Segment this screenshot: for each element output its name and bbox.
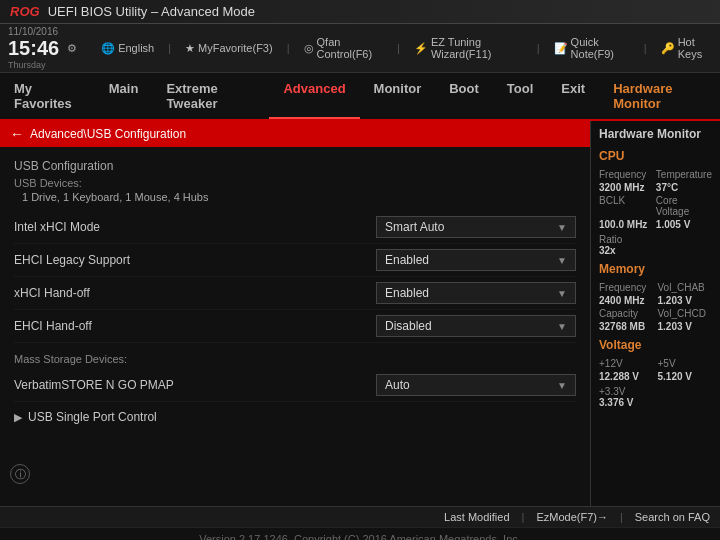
tab-monitor[interactable]: Monitor <box>360 73 436 119</box>
xhci-handoff-value: Enabled <box>385 286 429 300</box>
breadcrumb-path: Advanced\USB Configuration <box>30 127 186 141</box>
setting-row: EHCI Hand-off Disabled ▼ <box>14 310 576 343</box>
voltage-section-title: Voltage <box>599 338 712 352</box>
voltage-grid: +12V +5V 12.288 V 5.120 V <box>599 358 712 382</box>
tab-tool[interactable]: Tool <box>493 73 547 119</box>
setting-dropdown-xhci-handoff[interactable]: Enabled ▼ <box>376 282 576 304</box>
mem-capacity-value: 32768 MB <box>599 321 654 332</box>
main-panel: ← Advanced\USB Configuration USB Configu… <box>0 121 590 506</box>
expand-arrow-icon: ▶ <box>14 411 22 424</box>
cpu-section-title: CPU <box>599 149 712 163</box>
mem-freq-label: Frequency <box>599 282 654 293</box>
setting-label-xhci-handoff: xHCI Hand-off <box>14 286 376 300</box>
tuning-icon: ⚡ <box>414 42 428 55</box>
tab-extreme[interactable]: Extreme Tweaker <box>152 73 269 119</box>
setting-label-ehci-legacy: EHCI Legacy Support <box>14 253 376 267</box>
main-nav: My Favorites Main Extreme Tweaker Advanc… <box>0 73 720 121</box>
last-modified-label: Last Modified <box>444 511 509 523</box>
info-nav-items: 🌐 English | ★ MyFavorite(F3) | ◎ Qfan Co… <box>101 36 712 60</box>
cpu-freq-value: 3200 MHz <box>599 182 652 193</box>
setting-dropdown-ehci-legacy[interactable]: Enabled ▼ <box>376 249 576 271</box>
tab-exit[interactable]: Exit <box>547 73 599 119</box>
mem-volchcd-label: Vol_CHCD <box>658 308 713 319</box>
v12-value: 12.288 V <box>599 371 654 382</box>
ehci-legacy-value: Enabled <box>385 253 429 267</box>
setting-label-verbatim: VerbatimSTORE N GO PMAP <box>14 378 376 392</box>
setting-dropdown-xhci-mode[interactable]: Smart Auto ▼ <box>376 216 576 238</box>
setting-row: EHCI Legacy Support Enabled ▼ <box>14 244 576 277</box>
v33-label: +3.3V <box>599 386 712 397</box>
day-label: Thursday <box>8 60 77 70</box>
setting-label-xhci-mode: Intel xHCI Mode <box>14 220 376 234</box>
bottom-bar: Last Modified | EzMode(F7)→ | Search on … <box>0 506 720 527</box>
cpu-temp-value: 37°C <box>656 182 712 193</box>
info-nav-english[interactable]: 🌐 English <box>101 42 154 55</box>
footer: Version 2.17.1246. Copyright (C) 2016 Am… <box>0 527 720 540</box>
ehci-handoff-value: Disabled <box>385 319 432 333</box>
cpu-ratio-value: 32x <box>599 245 712 256</box>
info-nav-qfan[interactable]: ◎ Qfan Control(F6) <box>304 36 384 60</box>
mem-volchcd-value: 1.203 V <box>658 321 713 332</box>
setting-row: Intel xHCI Mode Smart Auto ▼ <box>14 211 576 244</box>
usb-single-port-label: USB Single Port Control <box>28 410 157 424</box>
dropdown-arrow-icon: ▼ <box>557 222 567 233</box>
setting-dropdown-verbatim[interactable]: Auto ▼ <box>376 374 576 396</box>
info-button[interactable]: ⓘ <box>10 464 30 484</box>
usb-devices-subtitle: USB Devices: <box>14 177 576 189</box>
star-icon: ★ <box>185 42 195 55</box>
section-title: USB Configuration <box>14 159 576 173</box>
settings-gear-icon[interactable]: ⚙ <box>67 42 77 55</box>
v33-value: 3.376 V <box>599 397 712 408</box>
tab-advanced[interactable]: Advanced <box>269 73 359 119</box>
mem-freq-value: 2400 MHz <box>599 295 654 306</box>
setting-dropdown-ehci-handoff[interactable]: Disabled ▼ <box>376 315 576 337</box>
cpu-temp-label: Temperature <box>656 169 712 180</box>
title-text: UEFI BIOS Utility – Advanced Mode <box>48 4 255 19</box>
dropdown-arrow-icon: ▼ <box>557 255 567 266</box>
time-display: 15:46 <box>8 37 59 60</box>
v12-label: +12V <box>599 358 654 369</box>
dropdown-arrow-icon: ▼ <box>557 321 567 332</box>
v5-label: +5V <box>658 358 713 369</box>
setting-row: VerbatimSTORE N GO PMAP Auto ▼ <box>14 369 576 402</box>
content-wrapper: ← Advanced\USB Configuration USB Configu… <box>0 121 720 506</box>
info-nav-myfavorite[interactable]: ★ MyFavorite(F3) <box>185 42 273 55</box>
quicknote-label: Quick Note(F9) <box>571 36 630 60</box>
hotkeys-icon: 🔑 <box>661 42 675 55</box>
search-faq-button[interactable]: Search on FAQ <box>635 511 710 523</box>
tab-main[interactable]: Main <box>95 73 153 119</box>
tab-hardware-monitor[interactable]: Hardware Monitor <box>599 73 720 119</box>
date-label: 11/10/2016 <box>8 26 77 37</box>
v5-value: 5.120 V <box>658 371 713 382</box>
qfan-label: Qfan Control(F6) <box>317 36 384 60</box>
xhci-mode-value: Smart Auto <box>385 220 444 234</box>
cpu-grid: Frequency Temperature 3200 MHz 37°C BCLK… <box>599 169 712 230</box>
info-bar: 11/10/2016 15:46 ⚙ Thursday 🌐 English | … <box>0 24 720 73</box>
info-nav-quicknote[interactable]: 📝 Quick Note(F9) <box>554 36 630 60</box>
tab-favorites[interactable]: My Favorites <box>0 73 95 119</box>
mem-volchab-value: 1.203 V <box>658 295 713 306</box>
cpu-ratio-label: Ratio <box>599 234 712 245</box>
tab-boot[interactable]: Boot <box>435 73 493 119</box>
config-area: USB Configuration USB Devices: 1 Drive, … <box>0 147 590 440</box>
dropdown-arrow-icon: ▼ <box>557 380 567 391</box>
footer-text: Version 2.17.1246. Copyright (C) 2016 Am… <box>199 533 521 540</box>
hotkeys-label: Hot Keys <box>678 36 712 60</box>
verbatim-value: Auto <box>385 378 410 392</box>
myfavorite-label: MyFavorite(F3) <box>198 42 273 54</box>
mem-capacity-label: Capacity <box>599 308 654 319</box>
ezmode-button[interactable]: EzMode(F7)→ <box>536 511 608 523</box>
info-nav-eztuning[interactable]: ⚡ EZ Tuning Wizard(F11) <box>414 36 523 60</box>
setting-row: xHCI Hand-off Enabled ▼ <box>14 277 576 310</box>
right-panel-title: Hardware Monitor <box>599 127 712 141</box>
cpu-freq-label: Frequency <box>599 169 652 180</box>
usb-single-port-row[interactable]: ▶ USB Single Port Control <box>14 402 576 432</box>
info-nav-hotkeys[interactable]: 🔑 Hot Keys <box>661 36 712 60</box>
back-arrow-icon[interactable]: ← <box>10 126 24 142</box>
right-panel: Hardware Monitor CPU Frequency Temperatu… <box>590 121 720 506</box>
cpu-corevoltage-value: 1.005 V <box>656 219 712 230</box>
mem-volchab-label: Vol_CHAB <box>658 282 713 293</box>
rog-logo: ROG <box>10 4 40 19</box>
dropdown-arrow-icon: ▼ <box>557 288 567 299</box>
fan-icon: ◎ <box>304 42 314 55</box>
